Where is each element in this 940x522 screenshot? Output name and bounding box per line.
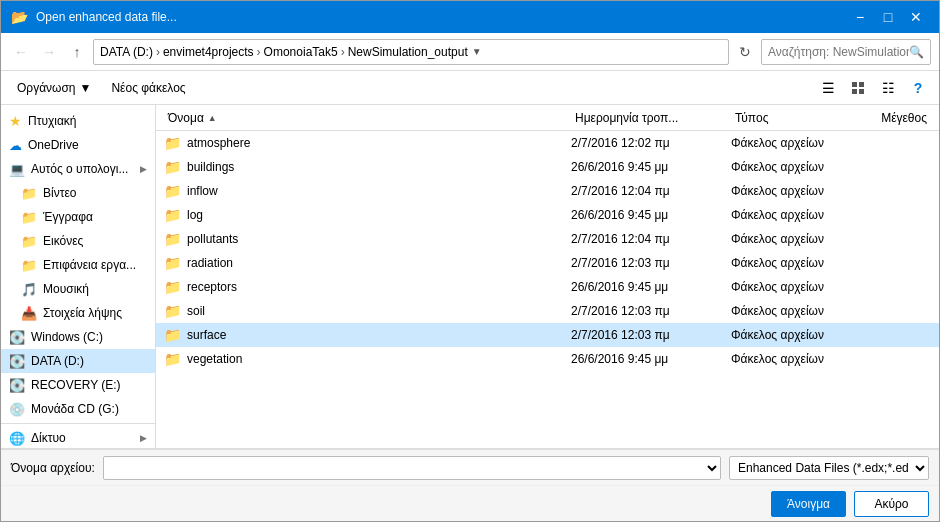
search-box[interactable]: 🔍 — [761, 39, 931, 65]
window-title: Open enhanced data file... — [36, 10, 177, 24]
col-name-label: Όνομα — [168, 111, 204, 125]
folder-icon: 📁 — [164, 303, 181, 319]
table-row[interactable]: 📁 vegetation 26/6/2016 9:45 μμ Φάκελος α… — [156, 347, 939, 371]
filelist-area: Όνομα ▲ Ημερομηνία τροπ... Τύπος Μέγεθος… — [156, 105, 939, 448]
bc-chevron-icon: ▼ — [472, 46, 482, 57]
cancel-button[interactable]: Ακύρο — [854, 491, 929, 517]
forward-button[interactable]: → — [37, 40, 61, 64]
details-view-button[interactable]: ☷ — [875, 76, 901, 100]
refresh-button[interactable]: ↻ — [733, 40, 757, 64]
organize-chevron-icon: ▼ — [80, 81, 92, 95]
filelist: 📁 atmosphere 2/7/2016 12:02 πμ Φάκελος α… — [156, 131, 939, 448]
bottom-area: Όνομα αρχείου: Enhanced Data Files (*.ed… — [1, 448, 939, 521]
col-name-header[interactable]: Όνομα ▲ — [164, 111, 571, 125]
file-name: soil — [187, 304, 571, 318]
breadcrumb-bar[interactable]: DATA (D:) › envimet4projects › OmonoiaTa… — [93, 39, 729, 65]
main-area: ★ Πτυχιακή ☁ OneDrive 💻 Αυτός ο υπολογι.… — [1, 105, 939, 448]
action-buttons-row: Άνοιγμα Ακύρο — [1, 485, 939, 521]
file-name: buildings — [187, 160, 571, 174]
sidebar-item-documents[interactable]: 📁 Έγγραφα — [1, 205, 155, 229]
table-row[interactable]: 📁 radiation 2/7/2016 12:03 πμ Φάκελος αρ… — [156, 251, 939, 275]
bc-item-data: DATA (D:) — [100, 45, 153, 59]
folder-icon: 📁 — [164, 255, 181, 271]
file-type: Φάκελος αρχείων — [731, 136, 851, 150]
star-icon: ★ — [9, 113, 22, 129]
view-options-button[interactable]: ☰ — [815, 76, 841, 100]
table-row[interactable]: 📁 pollutants 2/7/2016 12:04 πμ Φάκελος α… — [156, 227, 939, 251]
folder-icon: 📁 — [164, 159, 181, 175]
computer-expand-icon: ▶ — [140, 164, 147, 174]
toolbar-row: Οργάνωση ▼ Νέος φάκελος ☰ ☷ ? — [1, 71, 939, 105]
sidebar-item-music[interactable]: 🎵 Μουσική — [1, 277, 155, 301]
sidebar-item-windows-c[interactable]: 💽 Windows (C:) — [1, 325, 155, 349]
cd-g-icon: 💿 — [9, 402, 25, 417]
file-date: 2/7/2016 12:03 πμ — [571, 328, 731, 342]
filename-input[interactable] — [103, 456, 721, 480]
sidebar-item-network[interactable]: 🌐 Δίκτυο ▶ — [1, 426, 155, 448]
col-size-header[interactable]: Μέγεθος — [851, 111, 931, 125]
file-date: 2/7/2016 12:03 πμ — [571, 256, 731, 270]
sidebar-divider — [1, 423, 155, 424]
file-date: 26/6/2016 9:45 μμ — [571, 352, 731, 366]
addressbar-row: ← → ↑ DATA (D:) › envimet4projects › Omo… — [1, 33, 939, 71]
col-type-label: Τύπος — [735, 111, 768, 125]
svg-rect-0 — [852, 82, 857, 87]
sidebar-item-data-d[interactable]: 💽 DATA (D:) — [1, 349, 155, 373]
pictures-folder-icon: 📁 — [21, 234, 37, 249]
filelist-header: Όνομα ▲ Ημερομηνία τροπ... Τύπος Μέγεθος — [156, 105, 939, 131]
filetype-select[interactable]: Enhanced Data Files (*.edx;*.edi — [729, 456, 929, 480]
file-type: Φάκελος αρχείων — [731, 328, 851, 342]
view-toggle-button[interactable] — [845, 76, 871, 100]
organize-button[interactable]: Οργάνωση ▼ — [9, 78, 99, 98]
titlebar-icon: 📂 — [11, 9, 28, 25]
new-folder-label: Νέος φάκελος — [111, 81, 185, 95]
file-date: 2/7/2016 12:02 πμ — [571, 136, 731, 150]
computer-icon: 💻 — [9, 162, 25, 177]
col-date-label: Ημερομηνία τροπ... — [575, 111, 678, 125]
table-row[interactable]: 📁 receptors 26/6/2016 9:45 μμ Φάκελος αρ… — [156, 275, 939, 299]
sidebar-item-ptuxiaki[interactable]: ★ Πτυχιακή — [1, 109, 155, 133]
video-folder-icon: 📁 — [21, 186, 37, 201]
network-icon: 🌐 — [9, 431, 25, 446]
sidebar-item-onedrive[interactable]: ☁ OneDrive — [1, 133, 155, 157]
file-date: 26/6/2016 9:45 μμ — [571, 208, 731, 222]
open-button[interactable]: Άνοιγμα — [771, 491, 846, 517]
table-row[interactable]: 📁 inflow 2/7/2016 12:04 πμ Φάκελος αρχεί… — [156, 179, 939, 203]
sidebar-item-desktop[interactable]: 📁 Επιφάνεια εργα... — [1, 253, 155, 277]
file-name: radiation — [187, 256, 571, 270]
sidebar-item-video[interactable]: 📁 Βίντεο — [1, 181, 155, 205]
file-name: surface — [187, 328, 571, 342]
folder-icon: 📁 — [164, 279, 181, 295]
minimize-button[interactable]: − — [847, 7, 873, 27]
bc-item-envimet: envimet4projects — [163, 45, 254, 59]
table-row[interactable]: 📁 surface 2/7/2016 12:03 πμ Φάκελος αρχε… — [156, 323, 939, 347]
drive-c-icon: 💽 — [9, 330, 25, 345]
sidebar-item-computer[interactable]: 💻 Αυτός ο υπολογι... ▶ — [1, 157, 155, 181]
col-size-label: Μέγεθος — [881, 111, 927, 125]
maximize-button[interactable]: □ — [875, 7, 901, 27]
cloud-icon: ☁ — [9, 138, 22, 153]
col-date-header[interactable]: Ημερομηνία τροπ... — [571, 111, 731, 125]
help-button[interactable]: ? — [905, 76, 931, 100]
table-row[interactable]: 📁 atmosphere 2/7/2016 12:02 πμ Φάκελος α… — [156, 131, 939, 155]
col-type-header[interactable]: Τύπος — [731, 111, 851, 125]
sidebar-item-downloads[interactable]: 📥 Στοιχεία λήψης — [1, 301, 155, 325]
titlebar-controls: − □ ✕ — [847, 7, 929, 27]
close-button[interactable]: ✕ — [903, 7, 929, 27]
table-row[interactable]: 📁 log 26/6/2016 9:45 μμ Φάκελος αρχείων — [156, 203, 939, 227]
back-button[interactable]: ← — [9, 40, 33, 64]
file-type: Φάκελος αρχείων — [731, 160, 851, 174]
search-input[interactable] — [768, 45, 909, 59]
sidebar-item-recovery-e[interactable]: 💽 RECOVERY (E:) — [1, 373, 155, 397]
new-folder-button[interactable]: Νέος φάκελος — [103, 78, 193, 98]
file-type: Φάκελος αρχείων — [731, 232, 851, 246]
sidebar-item-pictures[interactable]: 📁 Εικόνες — [1, 229, 155, 253]
up-button[interactable]: ↑ — [65, 40, 89, 64]
file-date: 2/7/2016 12:04 πμ — [571, 232, 731, 246]
file-name: atmosphere — [187, 136, 571, 150]
table-row[interactable]: 📁 buildings 26/6/2016 9:45 μμ Φάκελος αρ… — [156, 155, 939, 179]
sidebar-item-cd-g[interactable]: 💿 Μονάδα CD (G:) — [1, 397, 155, 421]
file-date: 26/6/2016 9:45 μμ — [571, 280, 731, 294]
filename-bar: Όνομα αρχείου: Enhanced Data Files (*.ed… — [1, 449, 939, 485]
table-row[interactable]: 📁 soil 2/7/2016 12:03 πμ Φάκελος αρχείων — [156, 299, 939, 323]
